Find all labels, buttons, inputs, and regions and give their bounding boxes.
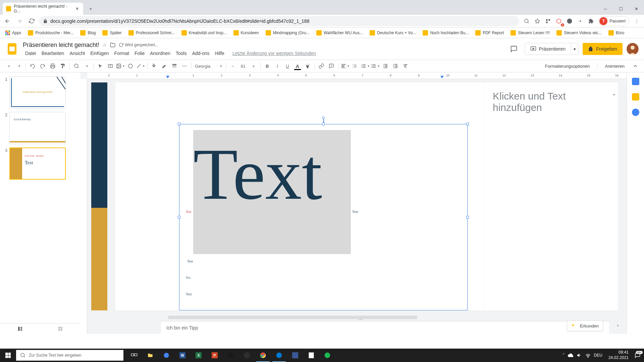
collapse-toolbar-icon[interactable]	[631, 61, 640, 71]
close-tab-icon[interactable]: ✕	[75, 6, 80, 11]
border-dash-button[interactable]	[180, 61, 189, 71]
present-dropdown[interactable]: ▾	[571, 43, 579, 55]
address-bar[interactable]: docs.google.com/presentation/d/1yV372SO5…	[39, 16, 519, 26]
format-options-button[interactable]: Formatierungsoptionen	[543, 62, 592, 70]
menu-format[interactable]: Format	[112, 50, 131, 57]
font-size-increase[interactable]: +	[249, 61, 258, 71]
notifications-icon[interactable]: 99+	[635, 352, 641, 358]
new-slide-dropdown[interactable]: ▼	[14, 61, 23, 71]
app-icon[interactable]	[287, 349, 303, 362]
incognito-icon[interactable]	[565, 16, 574, 26]
doc-title[interactable]: Präsentieren leicht gemacht!	[23, 42, 99, 49]
bookmark-item[interactable]: Steuern Videos wic...	[554, 29, 604, 37]
resize-handle[interactable]	[322, 123, 325, 125]
bookmark-item[interactable]: Produktsuche - Mer...	[25, 29, 76, 37]
minimize-button[interactable]: ─	[598, 3, 613, 15]
last-change[interactable]: Letzte Änderung vor wenigen Sekunden	[230, 50, 318, 57]
numbered-list-button[interactable]: ▼	[361, 61, 370, 71]
redo-button[interactable]	[38, 61, 47, 71]
maximize-button[interactable]: ☐	[613, 3, 629, 15]
app-icon[interactable]	[223, 349, 239, 362]
slide-small-text[interactable]: Text	[186, 210, 191, 214]
bookmark-item[interactable]: Kreativität und Insp...	[179, 29, 229, 37]
slide-small-text[interactable]: Text	[352, 210, 358, 214]
shape-tool[interactable]	[126, 61, 135, 71]
resize-handle[interactable]	[466, 123, 469, 125]
slide-thumb-3[interactable]: Erste Folie - Beispiel Text	[9, 147, 66, 180]
bookmark-item[interactable]: Kursideen	[231, 29, 262, 37]
bookmark-item[interactable]: Noch hochladen Bu...	[420, 29, 471, 37]
keep-icon[interactable]	[632, 93, 639, 101]
word-icon[interactable]: W	[174, 349, 191, 362]
wifi-icon[interactable]	[585, 353, 591, 358]
indent-left-marker[interactable]	[166, 76, 169, 78]
bookmark-item[interactable]: Steuern Lesen !!!!	[508, 29, 552, 37]
menu-file[interactable]: Datei	[23, 50, 39, 57]
back-button[interactable]	[3, 16, 12, 26]
bold-button[interactable]: B	[263, 61, 272, 71]
slide-small-text[interactable]: Text	[187, 259, 193, 263]
link-button[interactable]	[317, 61, 326, 71]
clear-formatting-button[interactable]	[401, 61, 410, 71]
bookmark-item[interactable]: PDF Report	[473, 29, 506, 37]
select-tool[interactable]	[96, 61, 105, 71]
profile-paused[interactable]: T Pausiert	[598, 16, 629, 26]
start-button[interactable]	[0, 349, 16, 362]
line-spacing-button[interactable]	[351, 61, 360, 71]
browser-tab[interactable]: Präsentieren leicht gemacht! - G... ✕	[3, 3, 83, 15]
image-tool[interactable]: ▼	[116, 61, 125, 71]
slide-thumb-2[interactable]: GOVERNING	[9, 112, 66, 144]
avatar[interactable]	[627, 43, 639, 55]
slide-small-text[interactable]: Text	[186, 292, 192, 296]
taskbar-clock[interactable]: 09:41 24.02.2021	[606, 350, 631, 360]
textbox-tool[interactable]	[106, 61, 115, 71]
bookmark-item[interactable]: Büro	[606, 29, 627, 37]
resize-handle[interactable]	[178, 123, 180, 125]
zoom-icon[interactable]	[522, 16, 531, 26]
translate-icon[interactable]	[576, 16, 585, 26]
language-indicator[interactable]: DEU	[594, 353, 602, 358]
close-window-button[interactable]: ✕	[629, 3, 644, 15]
taskbar-search[interactable]: Zur Suche Text hier eingeben	[16, 350, 123, 361]
forward-button[interactable]	[15, 16, 24, 26]
share-button[interactable]: Freigeben	[583, 43, 623, 55]
move-doc-icon[interactable]	[110, 42, 115, 48]
print-button[interactable]	[48, 61, 57, 71]
menu-addons[interactable]: Add-ons	[190, 50, 212, 57]
edge-legacy-icon[interactable]	[158, 349, 174, 362]
resize-handle[interactable]	[178, 216, 180, 219]
indent-increase-button[interactable]	[391, 61, 400, 71]
obs-icon[interactable]	[239, 349, 255, 362]
tray-chevron-icon[interactable]: ˄	[562, 353, 565, 358]
bookmark-item[interactable]: Blog	[77, 29, 98, 37]
font-size-input[interactable]: 81	[238, 61, 248, 71]
spotify-icon[interactable]	[319, 349, 335, 362]
underline-button[interactable]: U	[283, 61, 292, 71]
new-tab-button[interactable]: ＋	[86, 4, 95, 13]
font-size-decrease[interactable]: −	[228, 61, 237, 71]
file-explorer-icon[interactable]	[142, 349, 158, 362]
menu-tools[interactable]: Tools	[173, 50, 189, 57]
comments-icon[interactable]	[507, 42, 521, 56]
add-placeholder-icon[interactable]: ＋	[610, 90, 618, 99]
menu-insert[interactable]: Einfügen	[88, 50, 111, 57]
reload-button[interactable]	[27, 16, 36, 26]
line-tool[interactable]: ▼	[136, 61, 145, 71]
menu-slide[interactable]: Folie	[132, 50, 147, 57]
menu-edit[interactable]: Bearbeiten	[39, 50, 67, 57]
slide-canvas[interactable]: Text Text Text Text Text Text Klicken un…	[115, 82, 618, 310]
calendar-icon[interactable]	[632, 78, 639, 85]
placeholder-text[interactable]: Klicken und Text hinzufügen	[493, 90, 618, 113]
volume-icon[interactable]	[577, 353, 582, 358]
bookmark-apps[interactable]: Apps	[3, 29, 24, 37]
font-selector[interactable]: Georgia▼	[194, 61, 224, 71]
bookmark-item[interactable]: Später	[100, 29, 124, 37]
highlight-button[interactable]	[303, 61, 312, 71]
paint-format-button[interactable]	[58, 61, 67, 71]
new-slide-button[interactable]: ＋	[4, 61, 13, 71]
align-button[interactable]: ▼	[340, 61, 350, 71]
speaker-notes[interactable]: Ich bin ein Tipp	[161, 321, 609, 334]
zoom-dropdown[interactable]: ▼	[82, 61, 91, 71]
browser-menu-icon[interactable]: ⋮	[632, 16, 641, 26]
ext-badge-icon[interactable]: 0	[554, 16, 564, 26]
